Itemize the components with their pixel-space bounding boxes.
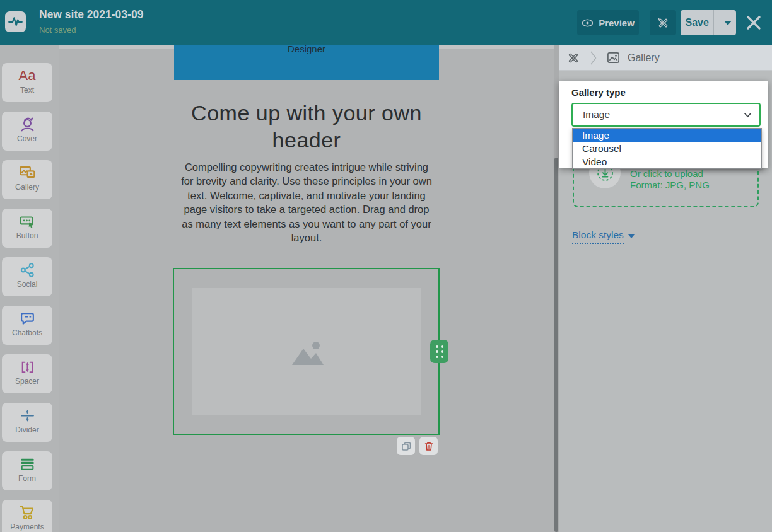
save-options-button[interactable] [719,10,736,35]
sidebar-item-button[interactable]: Button [2,209,52,248]
cover-icon [19,115,36,134]
preview-button-label: Preview [599,18,635,28]
copy-icon [401,441,411,451]
sidebar-item-label: Text [20,86,34,95]
gallery-crumb-icon [607,51,620,64]
sidebar-item-chatbots[interactable]: Chatbots [2,306,52,345]
sidebar-item-text[interactable]: Aa Text [2,63,52,102]
app-logo[interactable] [5,11,26,32]
text-icon: Aa [19,66,36,85]
divider-icon [19,406,36,425]
image-placeholder-icon [287,337,327,366]
cover-block-text: Designer [174,45,439,54]
breadcrumb-gallery: Gallery [607,51,660,64]
save-button[interactable]: Save [681,10,714,35]
page-canvas: Designer Come up with your own header Co… [59,45,554,532]
sidebar-item-label: Social [17,280,38,289]
payments-cart-icon [18,503,36,522]
save-status: Not saved [39,25,76,35]
sidebar-item-label: Payments [10,523,44,531]
chevron-down-icon [628,234,635,238]
dropdown-option-video[interactable]: Video [573,155,761,168]
crossed-pencils-icon [657,16,670,30]
crossed-pencils-icon [566,51,580,65]
spacer-icon [19,357,36,376]
sidebar-item-cover[interactable]: Cover [2,112,52,151]
canvas-scrollbar-thumb[interactable] [554,158,558,532]
sidebar-item-label: Cover [17,134,37,143]
eye-icon [582,19,594,27]
chevron-down-icon [724,21,732,25]
social-share-icon [19,260,36,279]
settings-panel: Gallery Gallery type Image Or click to u… [559,45,772,532]
delete-block-button[interactable] [419,437,438,455]
sidebar-item-label: Button [16,231,38,240]
sidebar-item-spacer[interactable]: Spacer [2,354,52,393]
gallery-icon [18,163,36,182]
drag-dots-icon [436,345,443,358]
heading-text-block[interactable]: Come up with your own header [180,100,433,154]
gallery-type-select[interactable]: Image [571,103,761,127]
sidebar-item-social[interactable]: Social [2,257,52,296]
breadcrumb-label: Gallery [628,52,660,64]
sidebar-item-form[interactable]: Form [2,451,52,490]
panel-breadcrumb: Gallery [559,45,772,71]
select-current-value: Image [583,109,610,120]
upload-line2: Format: JPG, PNG [630,180,710,191]
image-placeholder [192,288,421,415]
upload-instructions: Or click to upload Format: JPG, PNG [630,168,710,191]
sidebar-item-label: Gallery [15,183,39,192]
site-builder-window: New site 2021-03-09 Not saved Preview Sa… [0,0,772,532]
selected-gallery-block[interactable] [173,268,440,435]
preview-button[interactable]: Preview [577,10,639,35]
sidebar-item-label: Spacer [15,377,39,386]
sidebar-item-label: Form [18,474,36,483]
chevron-separator-icon [590,50,597,66]
save-split-button: Save [681,10,736,35]
upload-line1: Or click to upload [630,168,710,180]
pulse-logo-icon [7,13,24,30]
chevron-down-icon [744,112,752,118]
top-bar: New site 2021-03-09 Not saved Preview Sa… [0,0,772,45]
breadcrumb-tools-button[interactable] [566,51,580,65]
design-tools-button[interactable] [650,10,676,35]
site-title: New site 2021-03-09 [39,8,143,21]
close-icon [748,17,759,28]
sidebar-item-label: Divider [15,425,38,434]
body-text-block[interactable]: Compelling copywriting creates intrigue … [180,160,433,245]
close-button[interactable] [746,15,761,30]
form-icon [19,454,36,473]
sidebar-item-gallery[interactable]: Gallery [2,160,52,199]
button-icon [18,212,36,231]
gallery-type-dropdown: Image Carousel Video [572,128,762,169]
chatbot-icon [19,309,36,328]
sidebar-item-label: Chatbots [12,328,42,337]
sidebar-item-payments[interactable]: Payments [2,500,52,532]
dropdown-option-image[interactable]: Image [573,129,761,142]
block-drag-handle[interactable] [430,340,448,363]
duplicate-block-button[interactable] [397,437,415,455]
cover-block[interactable]: Designer [174,45,439,80]
elements-sidebar: Aa Text Cover [0,45,59,532]
sidebar-item-divider[interactable]: Divider [2,403,52,442]
trash-icon [424,441,434,451]
gallery-type-label: Gallery type [571,87,626,98]
block-styles-link[interactable]: Block styles [572,229,635,244]
block-styles-label: Block styles [572,229,624,244]
dropdown-option-carousel[interactable]: Carousel [573,142,761,155]
